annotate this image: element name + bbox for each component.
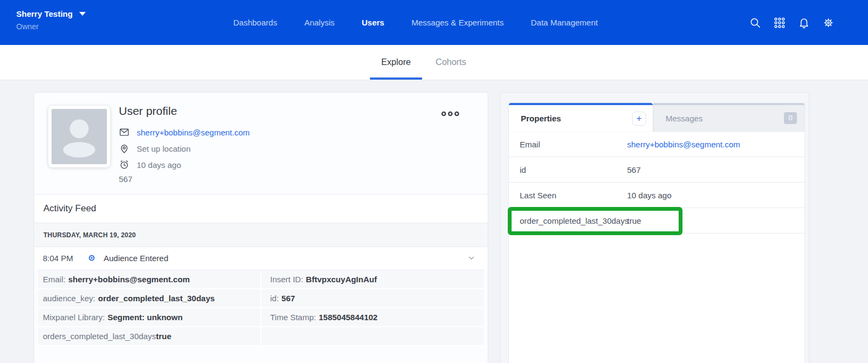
detail-value: sherry+bobbins@segment.com (68, 275, 190, 284)
event-details-table: Email:sherry+bobbins@segment.com Insert … (38, 270, 484, 346)
detail-value: true (156, 332, 171, 341)
detail-label: Email: (43, 275, 66, 284)
activity-event-row[interactable]: 8:04 PM Audience Entered (34, 247, 488, 269)
detail-label: id: (270, 294, 279, 303)
profile-info: User profile sherry+bobbins@segment.com … (119, 93, 488, 184)
activity-date-header: THURSDAY, MARCH 19, 2020 (34, 223, 488, 247)
profile-id: 567 (119, 174, 488, 184)
top-navbar: Sherry Testing Owner Dashboards Analysis… (0, 0, 868, 45)
workspace-name: Sherry Testing (16, 9, 73, 18)
activity-feed-title: Activity Feed (34, 195, 488, 223)
search-icon[interactable] (749, 17, 761, 29)
person-silhouette-icon (52, 109, 107, 164)
detail-label: orders_completed_last_30days (43, 332, 156, 341)
event-time: 8:04 PM (43, 254, 81, 263)
navbar-icons (749, 0, 834, 45)
workspace-role: Owner (16, 22, 86, 31)
detail-label: Time Stamp: (270, 313, 316, 322)
table-row: Email:sherry+bobbins@segment.com Insert … (38, 270, 484, 289)
property-row: Email sherry+bobbins@segment.com (509, 132, 805, 157)
properties-tabs: Properties + Messages 0 (509, 103, 805, 132)
nav-item-analysis[interactable]: Analysis (304, 18, 335, 27)
properties-panel: Properties + Messages 0 Email sherry+bob… (508, 103, 805, 363)
property-row-highlighted: order_completed_last_30days true (509, 208, 805, 234)
chevron-down-icon[interactable] (467, 254, 476, 262)
profile-title: User profile (119, 105, 488, 118)
location-pin-icon (119, 143, 130, 154)
table-row: audience_key:order_completed_last_30days… (38, 289, 484, 308)
tab-explore[interactable]: Explore (381, 45, 411, 80)
detail-label: Mixpanel Library: (43, 313, 105, 322)
add-property-button[interactable]: + (632, 112, 646, 126)
messages-count-badge: 0 (784, 112, 797, 124)
envelope-icon (119, 127, 130, 138)
property-value-email-link[interactable]: sherry+bobbins@segment.com (627, 140, 740, 149)
workspace-switcher[interactable]: Sherry Testing Owner (16, 9, 86, 31)
tab-messages[interactable]: Messages 0 (653, 103, 805, 131)
notifications-bell-icon[interactable] (798, 17, 810, 29)
profile-email-link[interactable]: sherry+bobbins@segment.com (137, 128, 250, 137)
detail-value: Segment: unknown (107, 313, 182, 322)
primary-nav: Dashboards Analysis Users Messages & Exp… (233, 0, 598, 45)
property-value: 567 (627, 165, 641, 174)
settings-gear-icon[interactable] (822, 17, 834, 29)
kebab-menu-icon[interactable] (440, 110, 461, 118)
property-row: Last Seen 10 days ago (509, 183, 805, 208)
messages-tab-label: Messages (666, 114, 703, 123)
main-content: User profile sherry+bobbins@segment.com … (0, 80, 868, 363)
nav-item-users[interactable]: Users (362, 18, 385, 27)
property-key: order_completed_last_30days (509, 216, 627, 225)
profile-location[interactable]: Set up location (137, 144, 190, 153)
detail-value: order_completed_last_30days (98, 294, 215, 303)
detail-label: Insert ID: (270, 275, 303, 284)
property-key: id (509, 165, 627, 174)
properties-card: Properties + Messages 0 Email sherry+bob… (500, 92, 809, 363)
caret-down-icon (79, 12, 86, 16)
tab-properties[interactable]: Properties + (509, 103, 653, 132)
detail-value: 567 (282, 294, 295, 303)
property-value: 10 days ago (627, 191, 672, 200)
property-key: Email (509, 140, 627, 149)
apps-grid-icon[interactable] (774, 17, 786, 29)
table-row: Mixpanel Library:Segment: unknown Time S… (38, 308, 484, 327)
alarm-clock-icon (119, 159, 130, 170)
detail-value: 1585045844102 (318, 313, 377, 322)
detail-label: audience_key: (43, 294, 95, 303)
nav-item-messages-experiments[interactable]: Messages & Experiments (411, 18, 503, 27)
secondary-tabbar: Explore Cohorts (0, 45, 868, 80)
profile-last-seen: 10 days ago (137, 160, 181, 170)
property-row: id 567 (509, 157, 805, 183)
event-name: Audience Entered (104, 254, 168, 263)
avatar (48, 106, 110, 167)
profile-section: User profile sherry+bobbins@segment.com … (34, 93, 488, 195)
tab-cohorts[interactable]: Cohorts (436, 45, 466, 80)
table-row: orders_completed_last_30daystrue (38, 327, 484, 346)
properties-tab-label: Properties (521, 114, 561, 123)
detail-value: BftvpxcuyAgInAuf (306, 275, 377, 284)
nav-item-dashboards[interactable]: Dashboards (233, 18, 277, 27)
record-dot-icon (87, 254, 96, 262)
property-value: true (627, 216, 641, 225)
user-profile-card: User profile sherry+bobbins@segment.com … (34, 92, 488, 363)
property-key: Last Seen (509, 191, 627, 200)
nav-item-data-management[interactable]: Data Management (531, 18, 598, 27)
